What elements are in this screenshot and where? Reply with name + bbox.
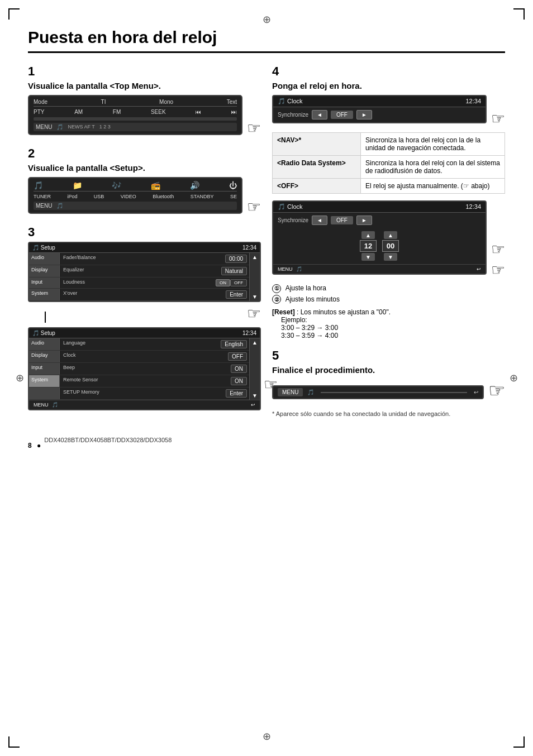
step4-hour-up[interactable]: ▲ (361, 231, 375, 239)
page-title: Puesta en hora del reloj (28, 28, 505, 53)
step4-hour-down[interactable]: ▼ (361, 253, 375, 261)
step3-screen1-time: 12:34 (242, 245, 256, 251)
step4-cs2-right[interactable]: ► (356, 216, 372, 225)
scroll2-up-icon: ▲ (252, 339, 258, 346)
step3-item2-4: Remote Sensor (60, 375, 229, 387)
step2-usb: USB (94, 194, 104, 199)
step3-screen1-row1: Audio Fader/Balance 00:00 (29, 253, 249, 265)
left-column: 1 Visualice la pantalla <Top Menu>. Mode… (28, 64, 261, 419)
step3-item4: X'over (60, 289, 223, 300)
step3-cat2-2: Display (29, 351, 60, 362)
step4-clock1-wrap: 🎵 Clock 12:34 Synchronize ◄ OFF ► (272, 95, 487, 128)
step3-screen2-row3: Input Beep ON (29, 363, 249, 375)
step4-cs2-left[interactable]: ◄ (312, 216, 327, 225)
step1-next: ⏭ (231, 109, 237, 115)
step3-item2: Equalizer (60, 265, 219, 277)
step4-example-line2: 3:30 – 3:59 → 4:00 (281, 332, 338, 339)
step4-clock1-row: 🎵 Clock 12:34 Synchronize ◄ OFF ► ☞ (272, 95, 505, 128)
step1-title: Visualice la pantalla <Top Menu>. (28, 81, 261, 90)
step4-cs1-time: 12:34 (465, 98, 481, 105)
step1-mono: Mono (159, 99, 173, 105)
step4-reset-desc: : Los minutos se ajustan a "00". (297, 308, 391, 316)
step3-val1: 00:00 (223, 253, 249, 265)
step5-icon: 🎵 (307, 389, 314, 395)
crosshair-bottom (261, 731, 272, 742)
step3-screen2-rows: Audio Language English Display Clock OFF… (29, 338, 249, 400)
step3-screen2-row4: System Remote Sensor ON (29, 375, 249, 387)
step4-title: Ponga el reloj en hora. (272, 81, 505, 90)
step3-screen2-row2: Display Clock OFF (29, 351, 249, 363)
step4-hand-icon2b: ☞ (491, 261, 505, 279)
step3-arrow-line (28, 312, 242, 323)
step4-hour-val: 12 (360, 240, 377, 252)
step3-screen2-title: 🎵 Setup (32, 330, 55, 336)
step3-item2-3: Beep (60, 363, 229, 375)
step4-cs1-right-btn[interactable]: ► (356, 110, 372, 119)
step4-cs2-time: 12:34 (465, 203, 481, 210)
step3-item2-1: Language (60, 338, 218, 350)
step3-item2-2: Clock (60, 351, 226, 362)
corner-mark-br (513, 736, 525, 748)
scroll-down-icon: ▼ (252, 294, 258, 300)
step4-min-up[interactable]: ▲ (384, 231, 397, 239)
step3-screen2-scroll: ▲ ▼ (249, 338, 260, 400)
step3-screen1-row3: Input Loudness ONOFF (29, 277, 249, 289)
step2-se: SE (230, 194, 237, 199)
page-footer: 8 ● DDX4028BT/DDX4058BT/DDX3028/DDX3058 (28, 430, 505, 449)
info-table-row2: <Radio Data System> Sincroniza la hora d… (273, 156, 505, 179)
step2-section: 2 Visualice la pantalla <Setup>. 🎵 📁 🎶 📻… (28, 146, 261, 216)
step3-screen1-scroll: ▲ ▼ (249, 253, 260, 301)
step4-number: 4 (272, 64, 505, 79)
step1-section: 1 Visualice la pantalla <Top Menu>. Mode… (28, 64, 261, 137)
step3-screen2-content: Audio Language English Display Clock OFF… (29, 338, 260, 400)
info-key3: <OFF> (273, 179, 361, 194)
step3-screen2-row1: Audio Language English (29, 338, 249, 351)
step5-title: Finalice el procedimiento. (272, 365, 505, 375)
step3-cat1: Audio (29, 253, 60, 265)
step4-cs2-off: OFF (331, 216, 353, 224)
step3-vertical-arrow (45, 312, 46, 323)
step1-presets: 1 2 3 (99, 124, 111, 130)
step3-screen2-menubar: MENU 🎵 ↩ (29, 400, 260, 409)
step4-hand-icons: ☞ ☞ (487, 240, 505, 279)
step1-image-row: Mode TI Mono Text PTY AM FM SEEK ⏮ ⏭ (28, 95, 261, 137)
step4-adjust-labels: ① Ajuste la hora ② Ajuste los minutos (272, 284, 505, 304)
step4-cs2-label: 🎵 Clock (278, 203, 303, 210)
step3-screen2-menu: MENU (34, 402, 49, 408)
step3-screen1-wrap: 🎵 Setup 12:34 Audio Fader/Balance 00:00 … (28, 242, 261, 302)
step4-cs2-back: ↩ (477, 266, 481, 272)
step4-cs1-left-btn[interactable]: ◄ (312, 110, 327, 119)
info-table-row3: <OFF> El reloj se ajusta manualmente. (☞… (273, 179, 505, 194)
page-bullet: ● (37, 442, 41, 449)
step2-video: VIDEO (121, 194, 136, 199)
step2-icon1: 🎵 (34, 181, 43, 190)
step3-cat2-1: Audio (29, 338, 60, 350)
step1-number: 1 (28, 64, 261, 79)
step4-clock2-row: 🎵 Clock 12:34 Synchronize ◄ OFF ► ▲ (272, 200, 505, 279)
step3-val2-4: ON (229, 375, 249, 387)
step3-val3: ONOFF (213, 277, 249, 288)
step4-example-label: Ejemplo: (281, 316, 307, 324)
step1-news: NEWS AF T (68, 124, 94, 130)
step4-example-line1: 3:00 – 3:29 → 3:00 (281, 324, 338, 332)
step3-screen1-title: 🎵 Setup (32, 245, 55, 251)
step3-screen1-header: 🎵 Setup 12:34 (29, 243, 260, 253)
scroll2-down-icon: ▼ (252, 393, 258, 399)
step3-cat2-4: System (29, 375, 60, 387)
step3-cat2: Display (29, 265, 60, 277)
footnote: * Aparece sólo cuando se ha conectado la… (272, 410, 505, 417)
step2-radio-screen: 🎵 📁 🎶 📻 🔊 ⏻ TUNER iPod USB VIDEO (28, 177, 242, 214)
step3-screen1: 🎵 Setup 12:34 Audio Fader/Balance 00:00 … (28, 242, 261, 302)
step3-hand-icon2: ☞ (264, 375, 278, 394)
step2-icon2: 📁 (73, 181, 82, 190)
step5-screen-wrap: MENU 🎵 ↩ (272, 385, 484, 401)
step3-item2-5: SETUP Memory (60, 387, 223, 399)
step4-circle1: ① (272, 284, 281, 293)
step1-radio-top: Mode TI Mono Text (34, 99, 237, 107)
step4-min-down[interactable]: ▼ (384, 253, 397, 261)
step3-val2-2: OFF (226, 351, 249, 362)
footnote-symbol: * (272, 410, 274, 417)
step3-screen2-back: ↩ (251, 402, 255, 408)
step4-cs2-icon: 🎵 (296, 266, 302, 272)
step2-icon5: 🔊 (190, 181, 199, 190)
